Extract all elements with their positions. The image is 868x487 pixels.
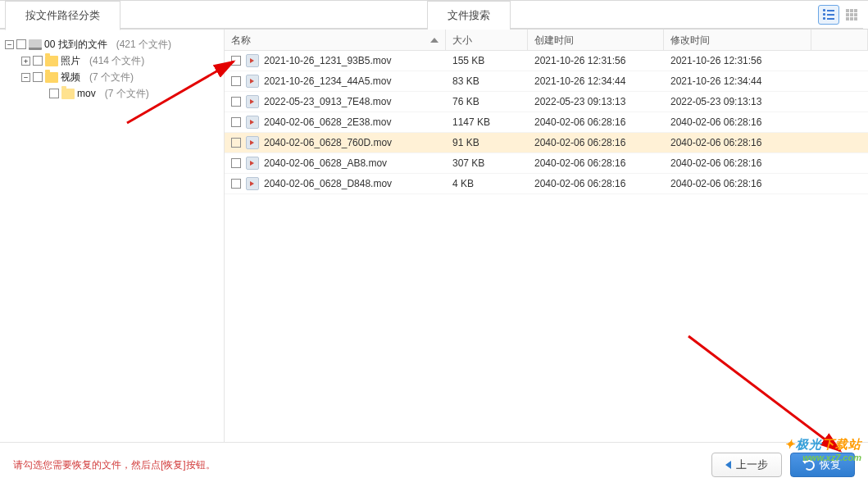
expand-icon[interactable]: + bbox=[21, 57, 30, 66]
file-modified: 2021-10-26 12:31:56 bbox=[664, 55, 811, 66]
collapse-icon[interactable]: − bbox=[21, 73, 30, 82]
file-size: 307 KB bbox=[446, 157, 528, 169]
folder-icon bbox=[61, 89, 75, 99]
col-header-extra bbox=[811, 30, 868, 50]
file-modified: 2040-02-06 06:28:16 bbox=[664, 116, 811, 128]
file-size: 155 KB bbox=[446, 55, 528, 66]
mov-file-icon bbox=[246, 75, 259, 88]
tree-checkbox[interactable] bbox=[33, 72, 43, 82]
mov-file-icon bbox=[246, 95, 259, 108]
file-size: 91 KB bbox=[446, 137, 528, 148]
tab-by-path[interactable]: 按文件路径分类 bbox=[5, 1, 120, 30]
sort-asc-icon bbox=[430, 38, 439, 43]
table-row[interactable]: 2040-02-06_0628_760D.mov91 KB2040-02-06 … bbox=[225, 133, 868, 153]
row-checkbox[interactable] bbox=[231, 76, 241, 86]
spacer bbox=[38, 89, 47, 98]
row-checkbox[interactable] bbox=[231, 158, 241, 168]
prev-button-label: 上一步 bbox=[736, 457, 768, 472]
view-switch bbox=[817, 1, 863, 29]
col-header-created[interactable]: 创建时间 bbox=[528, 30, 664, 50]
col-header-modified[interactable]: 修改时间 bbox=[664, 30, 811, 50]
mov-file-icon bbox=[246, 54, 259, 67]
file-name: 2040-02-06_0628_D848.mov bbox=[264, 178, 392, 189]
tab-file-search[interactable]: 文件搜索 bbox=[427, 1, 511, 30]
folder-icon bbox=[45, 72, 58, 83]
row-checkbox[interactable] bbox=[231, 179, 241, 189]
view-grid-button[interactable] bbox=[841, 5, 862, 25]
list-icon bbox=[823, 10, 834, 20]
col-header-name[interactable]: 名称 bbox=[225, 30, 446, 50]
file-size: 76 KB bbox=[446, 96, 528, 107]
tree-label: 00 找到的文件 bbox=[44, 36, 107, 52]
file-modified: 2040-02-06 06:28:16 bbox=[664, 137, 811, 148]
table-row[interactable]: 2040-02-06_0628_2E38.mov1147 KB2040-02-0… bbox=[225, 112, 868, 133]
file-name: 2022-05-23_0913_7E48.mov bbox=[264, 96, 391, 107]
prev-button[interactable]: 上一步 bbox=[711, 453, 782, 477]
file-created: 2021-10-26 12:34:44 bbox=[528, 75, 664, 87]
file-name: 2040-02-06_0628_760D.mov bbox=[264, 137, 392, 148]
table-row[interactable]: 2040-02-06_0628_AB8.mov307 KB2040-02-06 … bbox=[225, 153, 868, 174]
grid-icon bbox=[846, 9, 857, 20]
folder-tree: − 00 找到的文件 (421 个文件) + 照片 bbox=[5, 36, 219, 102]
tree-node-photos[interactable]: + 照片 (414 个文件) bbox=[21, 52, 219, 69]
view-list-button[interactable] bbox=[818, 5, 839, 25]
file-name: 2040-02-06_0628_AB8.mov bbox=[264, 157, 387, 169]
tree-count: (414 个文件) bbox=[89, 52, 144, 69]
table-body: 2021-10-26_1231_93B5.mov155 KB2021-10-26… bbox=[225, 51, 868, 442]
file-created: 2022-05-23 09:13:13 bbox=[528, 96, 664, 107]
file-created: 2040-02-06 06:28:16 bbox=[528, 137, 664, 148]
table-row[interactable]: 2021-10-26_1234_44A5.mov83 KB2021-10-26 … bbox=[225, 71, 868, 92]
table-row[interactable]: 2022-05-23_0913_7E48.mov76 KB2022-05-23 … bbox=[225, 92, 868, 112]
file-created: 2040-02-06 06:28:16 bbox=[528, 157, 664, 169]
file-name: 2040-02-06_0628_2E38.mov bbox=[264, 116, 391, 128]
file-modified: 2022-05-23 09:13:13 bbox=[664, 96, 811, 107]
tree-node-mov[interactable]: mov (7 个文件) bbox=[38, 85, 219, 102]
table-row[interactable]: 2021-10-26_1231_93B5.mov155 KB2021-10-26… bbox=[225, 51, 868, 71]
folder-icon bbox=[45, 56, 58, 66]
file-created: 2040-02-06 06:28:16 bbox=[528, 116, 664, 128]
watermark: ✦极光下载站 www.xz7.com bbox=[784, 437, 861, 462]
mov-file-icon bbox=[246, 157, 259, 170]
tabs-row: 按文件路径分类 文件搜索 bbox=[0, 0, 868, 30]
row-checkbox[interactable] bbox=[231, 97, 241, 107]
tree-checkbox[interactable] bbox=[49, 89, 59, 98]
tree-checkbox[interactable] bbox=[16, 39, 26, 49]
file-modified: 2040-02-06 06:28:16 bbox=[664, 178, 811, 189]
drive-icon bbox=[29, 39, 42, 50]
footer: 请勾选您需要恢复的文件，然后点[恢复]按钮。 上一步 恢复 bbox=[0, 443, 868, 487]
file-list-pane: 名称 大小 创建时间 修改时间 2021-10-26_1231_93B5.mov… bbox=[225, 30, 868, 442]
file-size: 83 KB bbox=[446, 75, 528, 87]
file-size: 1147 KB bbox=[446, 116, 528, 128]
file-modified: 2021-10-26 12:34:44 bbox=[664, 75, 811, 87]
col-header-size[interactable]: 大小 bbox=[446, 30, 528, 50]
tree-checkbox[interactable] bbox=[33, 56, 43, 66]
file-created: 2040-02-06 06:28:16 bbox=[528, 178, 664, 189]
file-size: 4 KB bbox=[446, 178, 528, 189]
row-checkbox[interactable] bbox=[231, 117, 241, 127]
mov-file-icon bbox=[246, 136, 259, 149]
file-name: 2021-10-26_1231_93B5.mov bbox=[264, 55, 391, 66]
mov-file-icon bbox=[246, 116, 259, 129]
hint-text: 请勾选您需要恢复的文件，然后点[恢复]按钮。 bbox=[13, 458, 216, 472]
row-checkbox[interactable] bbox=[231, 56, 241, 66]
table-row[interactable]: 2040-02-06_0628_D848.mov4 KB2040-02-06 0… bbox=[225, 174, 868, 194]
main-area: − 00 找到的文件 (421 个文件) + 照片 bbox=[0, 30, 868, 443]
collapse-icon[interactable]: − bbox=[5, 40, 14, 49]
file-modified: 2040-02-06 06:28:16 bbox=[664, 157, 811, 169]
file-created: 2021-10-26 12:31:56 bbox=[528, 55, 664, 66]
arrow-left-icon bbox=[725, 461, 731, 469]
folder-tree-pane: − 00 找到的文件 (421 个文件) + 照片 bbox=[0, 30, 225, 442]
tree-node-root[interactable]: − 00 找到的文件 (421 个文件) bbox=[5, 36, 219, 52]
tree-label: 视频 bbox=[61, 69, 80, 85]
tree-label: mov bbox=[77, 85, 96, 102]
file-name: 2021-10-26_1234_44A5.mov bbox=[264, 75, 391, 87]
tree-node-videos[interactable]: − 视频 (7 个文件) bbox=[21, 69, 219, 85]
tree-count: (7 个文件) bbox=[89, 69, 134, 85]
tree-count: (7 个文件) bbox=[105, 85, 149, 102]
tree-count: (421 个文件) bbox=[116, 36, 171, 52]
table-header: 名称 大小 创建时间 修改时间 bbox=[225, 30, 868, 51]
mov-file-icon bbox=[246, 177, 259, 190]
tree-label: 照片 bbox=[61, 52, 80, 69]
row-checkbox[interactable] bbox=[231, 138, 241, 148]
